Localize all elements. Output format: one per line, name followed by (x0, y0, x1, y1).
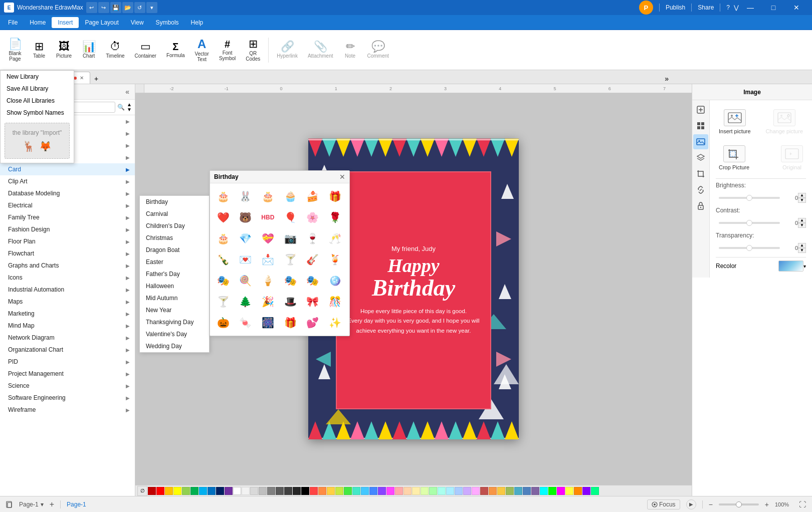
lib-maps[interactable]: Maps▶ (0, 296, 135, 308)
formula-button[interactable]: Σ Formula (162, 33, 189, 68)
attachment-button[interactable]: 📎 Attachment (304, 33, 337, 68)
sub-carnival[interactable]: Carnival (140, 208, 209, 220)
lib-fashion-design[interactable]: Fashion Design▶ (0, 223, 135, 235)
color-swatch-gold[interactable] (327, 487, 335, 495)
sub-halloween[interactable]: Halloween (140, 280, 209, 292)
style-tool-button[interactable] (693, 102, 708, 117)
lib-org-chart[interactable]: Organizational Chart▶ (0, 344, 135, 356)
menu-file[interactable]: File (2, 17, 24, 28)
sub-christmas[interactable]: Christmas (140, 232, 209, 244)
sym-guitar[interactable]: 🎸 (303, 249, 323, 270)
sym-heart2[interactable]: 💝 (258, 228, 278, 248)
lib-clip-art[interactable]: Clip Art▶ (0, 175, 135, 187)
sub-wedding-day[interactable]: Wedding Day (140, 340, 209, 352)
color-swatch-pale-lime[interactable] (421, 487, 429, 495)
color-swatch-cream[interactable] (412, 487, 420, 495)
settings-button[interactable]: ⋁ (734, 4, 739, 11)
color-swatch-green[interactable] (190, 487, 198, 495)
hyperlink-button[interactable]: 🔗 Hyperlink (273, 33, 302, 68)
color-swatch-spring-green[interactable] (591, 487, 599, 495)
image-tool-button[interactable] (693, 134, 708, 149)
sym-gift-box[interactable]: 🎁 (280, 313, 300, 333)
lib-industrial-automation[interactable]: Industrial Automation▶ (0, 284, 135, 296)
recolor-preview[interactable] (778, 261, 803, 272)
color-swatch-darker-gray[interactable] (284, 487, 292, 495)
note-button[interactable]: ✏ Note (339, 33, 361, 68)
page-label[interactable]: Page-1 ▾ (19, 501, 44, 508)
sym-mask1[interactable]: 🎭 (213, 271, 233, 291)
sym-ring[interactable]: 💎 (236, 228, 256, 248)
color-swatch-dark-red[interactable] (148, 487, 156, 495)
color-swatch-pale-violet[interactable] (463, 487, 471, 495)
lib-floor-plan[interactable]: Floor Plan▶ (0, 235, 135, 247)
qr-codes-button[interactable]: ⊞ QRCodes (242, 33, 264, 68)
lib-wireframe[interactable]: Wireframe▶ (0, 404, 135, 416)
sub-thanksgiving[interactable]: Thanksgiving Day (140, 316, 209, 328)
color-swatch-lime[interactable] (335, 487, 343, 495)
color-swatch-yellow[interactable] (173, 487, 181, 495)
user-avatar[interactable]: P (639, 1, 653, 15)
sym-hat-blue[interactable]: 🎩 (280, 292, 300, 312)
sub-fathers-day[interactable]: Father's Day (140, 268, 209, 280)
sym-disco[interactable]: 🪩 (325, 271, 345, 291)
sym-hat-red[interactable]: 🎊 (325, 292, 345, 312)
color-swatch-pale-cornflower[interactable] (455, 487, 463, 495)
font-symbol-button[interactable]: # FontSymbol (215, 33, 240, 68)
lib-card[interactable]: Card▶ (0, 163, 135, 175)
sym-cake3[interactable]: 🎂 (213, 228, 233, 248)
focus-button[interactable]: Focus (647, 499, 680, 509)
publish-button[interactable]: Publish (666, 4, 685, 11)
share-button[interactable]: Share (698, 4, 714, 11)
color-swatch-purple[interactable] (225, 487, 233, 495)
help-circle-button[interactable]: ? (726, 4, 730, 11)
sym-bear[interactable]: 🐻 (236, 207, 256, 227)
tab-close-button[interactable]: ✕ (80, 75, 84, 81)
sym-cake2[interactable]: 🎂 (258, 186, 278, 206)
change-picture-button[interactable]: Change picture (762, 106, 806, 137)
lib-icons[interactable]: Icons▶ (0, 272, 135, 284)
color-swatch-dark-gray[interactable] (276, 487, 284, 495)
menu-insert[interactable]: Insert (52, 17, 79, 28)
sym-rabbit[interactable]: 🐰 (236, 186, 256, 206)
color-swatch-near-white[interactable] (242, 487, 250, 495)
vector-text-button[interactable]: A VectorText (191, 33, 213, 68)
sym-rose[interactable]: 🌹 (325, 207, 345, 227)
lib-mind-map[interactable]: Mind Map▶ (0, 320, 135, 332)
sym-cheers[interactable]: 🥂 (325, 228, 345, 248)
sub-childrens-day[interactable]: Children's Day (140, 220, 209, 232)
original-button[interactable]: Original (778, 142, 806, 173)
close-all-libraries-item[interactable]: Close All Libraries (1, 95, 74, 107)
lib-software-engineering[interactable]: Software Engineering▶ (0, 392, 135, 404)
symbol-panel-close-button[interactable]: ✕ (339, 173, 345, 181)
color-swatch-neon-yellow[interactable] (565, 487, 573, 495)
zoom-in-button[interactable]: + (765, 500, 769, 508)
lib-project-management[interactable]: Project Management▶ (0, 368, 135, 380)
color-swatch-amber[interactable] (497, 487, 505, 495)
link-tool-button[interactable] (693, 182, 708, 197)
contrast-slider[interactable] (719, 222, 780, 224)
lib-flowchart[interactable]: Flowchart▶ (0, 247, 135, 260)
more-button[interactable]: ▾ (146, 2, 157, 13)
color-swatch-light-green[interactable] (182, 487, 190, 495)
close-button[interactable]: ✕ (785, 0, 808, 15)
timeline-button[interactable]: ⏱ Timeline (102, 33, 128, 68)
autosave-button[interactable]: ↺ (134, 2, 145, 13)
color-swatch-cyan[interactable] (540, 487, 548, 495)
minimize-button[interactable]: — (739, 0, 762, 15)
color-swatch-neon-green[interactable] (548, 487, 556, 495)
save-button[interactable]: 💾 (110, 2, 121, 13)
recolor-dropdown-button[interactable]: ▾ (803, 264, 806, 269)
color-swatch-salmon[interactable] (318, 487, 326, 495)
menu-view[interactable]: View (125, 17, 150, 28)
play-button[interactable]: ▶ (686, 499, 696, 509)
color-swatch-medium-purple[interactable] (531, 487, 539, 495)
sym-cupcake3[interactable]: 🎁 (325, 186, 345, 206)
redo-button[interactable]: ↪ (98, 2, 109, 13)
lib-science[interactable]: Science▶ (0, 380, 135, 392)
sub-new-year[interactable]: New Year (140, 304, 209, 316)
sub-easter[interactable]: Easter (140, 256, 209, 268)
lib-network-diagram[interactable]: Network Diagram▶ (0, 332, 135, 344)
color-swatch-medium-gray[interactable] (267, 487, 275, 495)
sym-heart[interactable]: ❤️ (213, 207, 233, 227)
sym-fireworks[interactable]: 🎆 (258, 313, 278, 333)
